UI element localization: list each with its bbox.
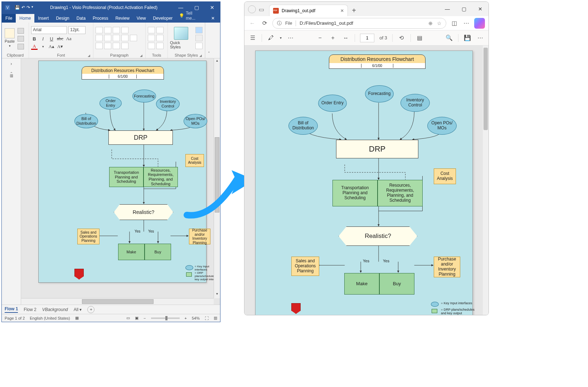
contents-icon[interactable]: ☰ (249, 34, 257, 41)
node-transportation[interactable]: Transportation Planning and Scheduling (109, 167, 144, 187)
dialog-launcher-icon[interactable]: ◢ (88, 54, 90, 57)
new-tab-button[interactable]: + (348, 6, 360, 16)
connector-tool-icon[interactable] (156, 27, 164, 33)
node-realistic[interactable]: Realistic? (114, 204, 173, 220)
node-open-pos[interactable]: Open POs/ MOs (184, 114, 207, 128)
bullets-icon[interactable] (96, 35, 103, 41)
scroll-down-icon[interactable]: ▾ (214, 292, 220, 298)
status-language[interactable]: English (United States) (30, 316, 70, 320)
close-button[interactable]: ✕ (204, 2, 220, 13)
highlight-icon[interactable]: 🖍 (267, 35, 275, 41)
ltr-icon[interactable] (130, 35, 137, 41)
ribbon-close-icon[interactable]: ✕ (206, 14, 220, 23)
drawing-page[interactable]: Distribution Resources Flowchart 6/1/00 … (38, 61, 206, 283)
tab-process[interactable]: Process (89, 14, 112, 23)
macro-recorder-icon[interactable]: ▦ (75, 316, 79, 320)
tab-view[interactable]: View (133, 14, 150, 23)
node-forecasting[interactable]: Forecasting (132, 90, 156, 102)
save-icon[interactable]: 💾 (15, 5, 20, 10)
font-color-icon[interactable]: A (31, 43, 38, 50)
zoom-out-icon[interactable]: − (144, 316, 146, 320)
tab-review[interactable]: Review (112, 14, 133, 23)
tab-data[interactable]: Data (73, 14, 89, 23)
address-bar[interactable]: ⓘ File D:/Files/Drawing1_out.pdf ⊕ ☆ (272, 18, 446, 29)
fit-width-icon[interactable]: ↔ (342, 35, 350, 41)
copy-icon[interactable] (18, 36, 24, 42)
orientation-icon[interactable] (121, 27, 128, 33)
toolbar-more-icon[interactable]: ⋯ (476, 34, 484, 41)
minimize-button[interactable]: — (439, 2, 456, 16)
text-tool-icon[interactable] (148, 35, 155, 41)
scrollbar-thumb[interactable] (215, 137, 219, 212)
shrink-font-icon[interactable]: A▾ (57, 43, 63, 50)
bold-icon[interactable]: B (31, 35, 38, 42)
grow-font-icon[interactable]: A▴ (48, 43, 55, 50)
justify-icon[interactable] (121, 43, 128, 49)
chevron-down-icon[interactable]: ▾ (280, 36, 282, 40)
zoom-slider[interactable] (151, 317, 180, 319)
pdf-viewport[interactable]: Distribution Resources Flowchart 6/1/00 … (244, 46, 489, 315)
tab-design[interactable]: Design (52, 14, 73, 23)
node-sales-ops[interactable]: Sales and Operations Planning (77, 229, 99, 244)
align-bottom-icon[interactable] (113, 27, 120, 33)
fill-icon[interactable] (195, 27, 203, 33)
find-icon[interactable]: 🔍 (445, 34, 453, 41)
scroll-up-icon[interactable]: ▴ (214, 58, 220, 65)
pointer-tool-icon[interactable] (148, 27, 155, 33)
document-area[interactable]: Distribution Resources Flowchart 6/1/00 … (21, 58, 220, 305)
favorite-icon[interactable]: ☆ (437, 20, 442, 26)
zoom-out-icon[interactable]: − (316, 35, 324, 41)
zoom-level[interactable]: 54% (192, 316, 200, 320)
tell-me[interactable]: 💡 Tell me... (176, 9, 206, 23)
scrollbar-thumb[interactable] (82, 299, 154, 304)
zoom-in-icon[interactable]: + (329, 35, 337, 41)
browser-tab[interactable]: Drawing1_out.pdf ✕ (269, 5, 348, 16)
underline-icon[interactable]: U (48, 35, 55, 42)
line-tool-icon[interactable] (156, 43, 164, 49)
align-center-icon[interactable] (104, 43, 111, 49)
format-painter-icon[interactable] (18, 44, 24, 49)
redo-icon[interactable]: ↷ (26, 5, 30, 10)
switch-windows-icon[interactable]: ▥ (214, 316, 217, 320)
italic-icon[interactable]: I (40, 35, 46, 42)
quick-styles-label[interactable]: Quick Styles (170, 40, 192, 49)
node-resources[interactable]: Resources, Requirements, Planning, and S… (144, 167, 178, 187)
tab-file[interactable]: File (2, 14, 16, 23)
connection-point-icon[interactable] (156, 35, 164, 41)
decrease-indent-icon[interactable] (104, 35, 111, 41)
add-page-button[interactable]: + (87, 306, 94, 313)
tab-developer[interactable]: Developer (150, 14, 176, 23)
align-top-icon[interactable] (96, 27, 103, 33)
expand-shapes-icon[interactable]: › (11, 61, 12, 66)
profile-icon[interactable] (248, 5, 256, 13)
vertical-scrollbar[interactable] (483, 46, 489, 315)
save-icon[interactable]: 💾 (463, 34, 471, 41)
change-case-icon[interactable]: Aa (65, 35, 72, 42)
tab-insert[interactable]: Insert (34, 14, 52, 23)
effects-icon[interactable] (195, 43, 203, 49)
font-size-input[interactable]: 12pt. (68, 26, 86, 34)
presentation-mode-icon[interactable]: ▭ (126, 316, 130, 320)
zoom-in-icon[interactable]: + (185, 316, 187, 320)
maximize-button[interactable]: ▢ (456, 2, 472, 16)
dialog-launcher-icon[interactable]: ◢ (140, 54, 142, 57)
dialog-launcher-icon[interactable]: ◢ (199, 54, 202, 57)
node-make[interactable]: Make (118, 244, 145, 260)
chevron-down-icon[interactable]: ▾ (40, 43, 46, 50)
page-tab-flow1[interactable]: Flow 1 (5, 306, 18, 313)
shape-style-preview[interactable] (174, 27, 188, 40)
settings-more-icon[interactable]: ⋯ (462, 20, 471, 27)
undo-icon[interactable]: ↶ (21, 5, 25, 10)
align-left-icon[interactable] (96, 43, 103, 49)
node-drp[interactable]: DRP (108, 130, 173, 145)
font-name-input[interactable]: Arial (31, 26, 67, 34)
page-tab-vbackground[interactable]: VBackground (42, 307, 68, 312)
rectangle-tool-icon[interactable] (148, 43, 155, 49)
collapse-ribbon-icon[interactable]: ˄ (205, 23, 212, 58)
line-icon[interactable] (195, 35, 203, 41)
page-tab-all[interactable]: All ▾ (74, 307, 82, 312)
node-order-entry[interactable]: Order Entry (99, 97, 122, 110)
node-inventory-control[interactable]: Inventory Control (156, 97, 180, 111)
rotate-icon[interactable]: ⟲ (398, 34, 405, 41)
site-info-icon[interactable]: ⓘ (277, 20, 282, 27)
